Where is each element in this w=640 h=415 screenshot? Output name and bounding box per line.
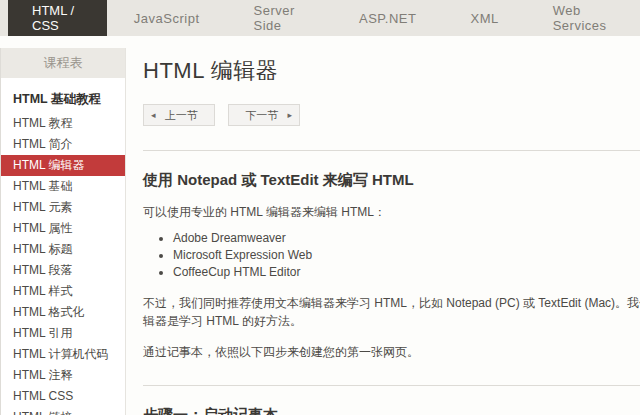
top-nav: HTML / CSS JavaScript Server Side ASP.NE… [0, 0, 640, 36]
sidebar-item-active[interactable]: HTML 编辑器 [1, 155, 125, 176]
arrow-right-icon: ▸ [287, 110, 292, 120]
sidebar-header: 课程表 [1, 48, 125, 78]
main-content: HTML 编辑器 ◂ 上一节 下一节 ▸ 使用 Notepad 或 TextEd… [143, 36, 640, 415]
sidebar-item[interactable]: HTML 样式 [1, 281, 125, 302]
sidebar-item[interactable]: HTML 基础 [1, 176, 125, 197]
sidebar-item[interactable]: HTML 教程 [1, 113, 125, 134]
paragraph-line: 不过，我们同时推荐使用文本编辑器来学习 HTML，比如 Notepad (PC)… [143, 294, 640, 312]
nav-tab-javascript[interactable]: JavaScript [107, 0, 227, 36]
section-divider [143, 150, 640, 151]
section2-heading: 步骤一：启动记事本 [143, 406, 640, 415]
sidebar-item[interactable]: HTML 计算机代码 [1, 344, 125, 365]
editor-list-item: Microsoft Expression Web [173, 247, 640, 264]
prev-button-label: 上一节 [156, 108, 207, 123]
nav-tab-server-side[interactable]: Server Side [227, 0, 332, 36]
editor-list-item: Adobe Dreamweaver [173, 230, 640, 247]
nav-tab-xml[interactable]: XML [443, 0, 525, 36]
sidebar-item[interactable]: HTML 属性 [1, 218, 125, 239]
section1-closing: 通过记事本，依照以下四步来创建您的第一张网页。 [143, 343, 640, 361]
nav-tab-html-css[interactable]: HTML / CSS [8, 0, 107, 36]
page-title: HTML 编辑器 [143, 56, 640, 86]
section1-intro: 可以使用专业的 HTML 编辑器来编辑 HTML： [143, 203, 640, 221]
editor-list-item: CoffeeCup HTML Editor [173, 264, 640, 281]
nav-tab-web-services[interactable]: Web Services [526, 0, 640, 36]
section-divider [143, 385, 640, 386]
sidebar-item[interactable]: HTML 段落 [1, 260, 125, 281]
sidebar-item[interactable]: HTML 注释 [1, 365, 125, 386]
editor-list: Adobe Dreamweaver Microsoft Expression W… [143, 230, 640, 281]
sidebar-item[interactable]: HTML 标题 [1, 239, 125, 260]
sidebar-item[interactable]: HTML CSS [1, 386, 125, 407]
pager: ◂ 上一节 下一节 ▸ [143, 104, 640, 126]
prev-button[interactable]: ◂ 上一节 [143, 104, 215, 126]
section1-heading: 使用 Notepad 或 TextEdit 来编写 HTML [143, 171, 640, 190]
sidebar-item[interactable]: HTML 引用 [1, 323, 125, 344]
sidebar-item[interactable]: HTML 格式化 [1, 302, 125, 323]
sidebar-section-title: HTML 基础教程 [1, 78, 125, 113]
sidebar-item[interactable]: HTML 元素 [1, 197, 125, 218]
sidebar: 课程表 HTML 基础教程 HTML 教程 HTML 简介 HTML 编辑器 H… [0, 48, 126, 415]
section1-recommend: 不过，我们同时推荐使用文本编辑器来学习 HTML，比如 Notepad (PC)… [143, 294, 640, 330]
nav-tab-aspnet[interactable]: ASP.NET [332, 0, 443, 36]
paragraph-line: 辑器是学习 HTML 的好方法。 [143, 312, 640, 330]
sidebar-item[interactable]: HTML 简介 [1, 134, 125, 155]
sidebar-item[interactable]: HTML 链接 [1, 407, 125, 415]
next-button-label: 下一节 [236, 108, 287, 123]
next-button[interactable]: 下一节 ▸ [228, 104, 300, 126]
page-body: 课程表 HTML 基础教程 HTML 教程 HTML 简介 HTML 编辑器 H… [0, 36, 640, 415]
